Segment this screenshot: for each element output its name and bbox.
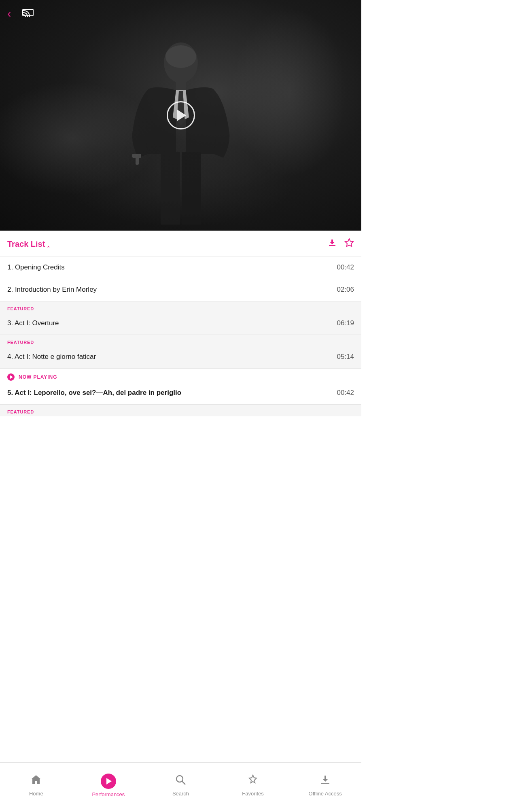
track-item[interactable]: 2. Introduction by Erin Morley 02:06: [0, 279, 361, 301]
home-icon: [30, 774, 42, 788]
nav-item-favorites[interactable]: Favorites: [217, 763, 289, 812]
track-title-now-playing: 5. Act I: Leporello, ove sei?—Ah, del pa…: [7, 389, 181, 397]
track-duration-now-playing: 00:42: [337, 389, 354, 397]
back-button[interactable]: ‹: [7, 8, 11, 19]
performer-image: [108, 28, 254, 231]
nav-label-search: Search: [172, 791, 189, 797]
nav-item-offline[interactable]: Offline Access: [289, 763, 361, 812]
track-item[interactable]: 1. Opening Credits 00:42: [0, 257, 361, 279]
tracklist-header: Track List ‸: [0, 231, 361, 257]
nav-item-home[interactable]: Home: [0, 763, 72, 812]
track-duration: 05:14: [337, 353, 354, 361]
now-playing-row: NOW PLAYING: [0, 369, 361, 382]
track-title: 1. Opening Credits: [7, 263, 65, 271]
download-icon[interactable]: [327, 238, 337, 250]
tracklist-chevron: ‸: [47, 241, 49, 247]
favorite-icon[interactable]: [344, 238, 354, 250]
favorites-icon: [247, 774, 259, 788]
track-duration: 00:42: [337, 263, 354, 271]
cast-button[interactable]: [22, 8, 34, 19]
nav-label-favorites: Favorites: [242, 791, 263, 797]
bottom-navigation: Home Performances Search Favorites: [0, 762, 361, 812]
track-title: 4. Act I: Notte e giorno faticar: [7, 353, 96, 361]
nav-item-performances[interactable]: Performances: [72, 763, 145, 812]
now-playing-label: NOW PLAYING: [19, 374, 57, 380]
nav-item-search[interactable]: Search: [144, 763, 217, 812]
now-playing-indicator: [7, 373, 15, 381]
offline-icon: [320, 774, 331, 788]
performances-icon: [101, 774, 116, 789]
svg-line-9: [182, 781, 185, 784]
svg-point-8: [176, 776, 183, 782]
featured-label: FEATURED: [0, 301, 361, 313]
tracklist-title-text: Track List: [7, 240, 45, 249]
track-row: 2. Introduction by Erin Morley 02:06: [0, 279, 361, 301]
search-icon: [175, 774, 186, 788]
nav-label-performances: Performances: [92, 791, 125, 797]
tracklist-actions: [327, 238, 354, 250]
featured-label: FEATURED: [0, 405, 361, 416]
track-title: 3. Act I: Overture: [7, 319, 59, 327]
svg-rect-5: [182, 152, 201, 225]
svg-rect-4: [161, 152, 180, 225]
svg-rect-1: [176, 80, 186, 90]
hero-section: ‹: [0, 0, 361, 231]
track-item-featured[interactable]: FEATURED 3. Act I: Overture 06:19: [0, 301, 361, 335]
svg-point-6: [165, 45, 196, 68]
track-row: 4. Act I: Notte e giorno faticar 05:14: [0, 346, 361, 368]
nav-label-home: Home: [29, 791, 43, 797]
tracklist-title[interactable]: Track List ‸: [7, 240, 49, 249]
track-title: 2. Introduction by Erin Morley: [7, 286, 97, 294]
track-item-featured[interactable]: FEATURED 4. Act I: Notte e giorno fatica…: [0, 335, 361, 369]
nav-label-offline: Offline Access: [309, 791, 342, 797]
track-duration: 06:19: [337, 319, 354, 327]
track-duration: 02:06: [337, 286, 354, 294]
featured-label: FEATURED: [0, 335, 361, 346]
track-item-now-playing[interactable]: NOW PLAYING 5. Act I: Leporello, ove sei…: [0, 369, 361, 405]
svg-rect-3: [132, 154, 141, 158]
track-item-featured[interactable]: FEATURED: [0, 405, 361, 416]
play-button[interactable]: [167, 101, 195, 129]
track-row: 5. Act I: Leporello, ove sei?—Ah, del pa…: [0, 382, 361, 404]
track-row: 1. Opening Credits 00:42: [0, 257, 361, 279]
bottom-spacer: [0, 416, 361, 469]
track-row: 3. Act I: Overture 06:19: [0, 313, 361, 335]
